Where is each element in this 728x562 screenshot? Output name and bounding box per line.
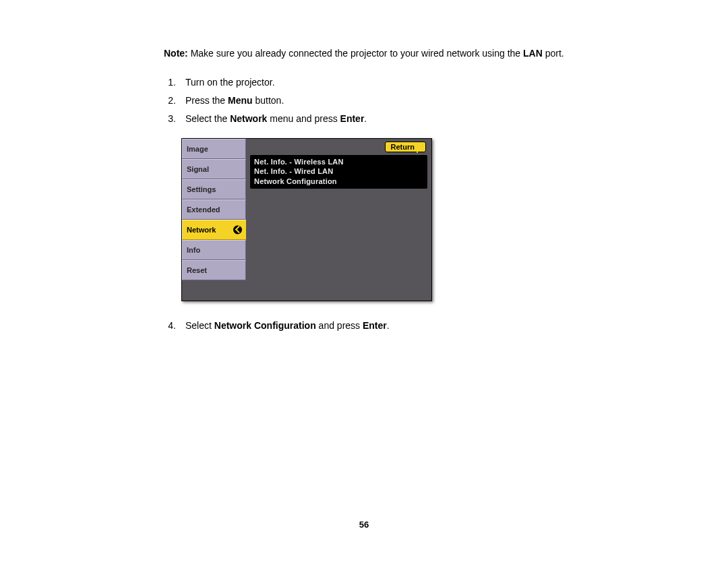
- enter-icon: [417, 143, 424, 150]
- note-paragraph: Note: Make sure you already connected th…: [164, 47, 593, 61]
- step-number: 4.: [164, 319, 176, 333]
- sidebar-item-settings[interactable]: Settings: [182, 179, 246, 199]
- sidebar-item-info[interactable]: Info: [182, 240, 246, 260]
- menu-panel: Return Net. Info. - Wireless LANNet. Inf…: [246, 139, 431, 301]
- enter-icon: [233, 225, 242, 234]
- step-text: Turn on the projector.: [185, 75, 275, 90]
- projector-menu-screenshot: ImageSignalSettingsExtendedNetworkInfoRe…: [181, 138, 432, 301]
- panel-item[interactable]: Network Configuration: [254, 177, 423, 187]
- panel-list: Net. Info. - Wireless LANNet. Info. - Wi…: [250, 155, 427, 189]
- step-text: Select Network Configuration and press E…: [185, 319, 390, 333]
- sidebar-item-image[interactable]: Image: [182, 139, 246, 159]
- step-item: 4.Select Network Configuration and press…: [164, 319, 593, 333]
- sidebar-item-reset[interactable]: Reset: [182, 260, 246, 280]
- step-number: 2.: [164, 94, 176, 108]
- note-label: Note:: [164, 48, 188, 59]
- step-item: 2.Press the Menu button.: [164, 94, 593, 108]
- return-button[interactable]: Return: [385, 142, 426, 152]
- step-text: Select the Network menu and press Enter.: [185, 112, 367, 126]
- menu-sidebar: ImageSignalSettingsExtendedNetworkInfoRe…: [182, 139, 246, 301]
- note-text-2: port.: [543, 48, 564, 59]
- note-text-1: Make sure you already connected the proj…: [188, 48, 523, 59]
- step-item: 3.Select the Network menu and press Ente…: [164, 112, 593, 126]
- sidebar-item-signal[interactable]: Signal: [182, 159, 246, 179]
- steps-list-a: 1.Turn on the projector.2.Press the Menu…: [164, 75, 593, 126]
- step-number: 1.: [164, 75, 176, 90]
- sidebar-item-network[interactable]: Network: [182, 220, 246, 240]
- panel-item[interactable]: Net. Info. - Wired LAN: [254, 166, 423, 177]
- sidebar-item-extended[interactable]: Extended: [182, 199, 246, 220]
- page-number: 56: [0, 520, 728, 530]
- panel-item[interactable]: Net. Info. - Wireless LAN: [254, 157, 423, 167]
- step-item: 1.Turn on the projector.: [164, 75, 593, 90]
- steps-list-b: 4.Select Network Configuration and press…: [164, 319, 593, 333]
- step-number: 3.: [164, 112, 176, 126]
- step-text: Press the Menu button.: [185, 94, 284, 108]
- return-label: Return: [391, 143, 415, 151]
- note-bold-1: LAN: [523, 48, 543, 59]
